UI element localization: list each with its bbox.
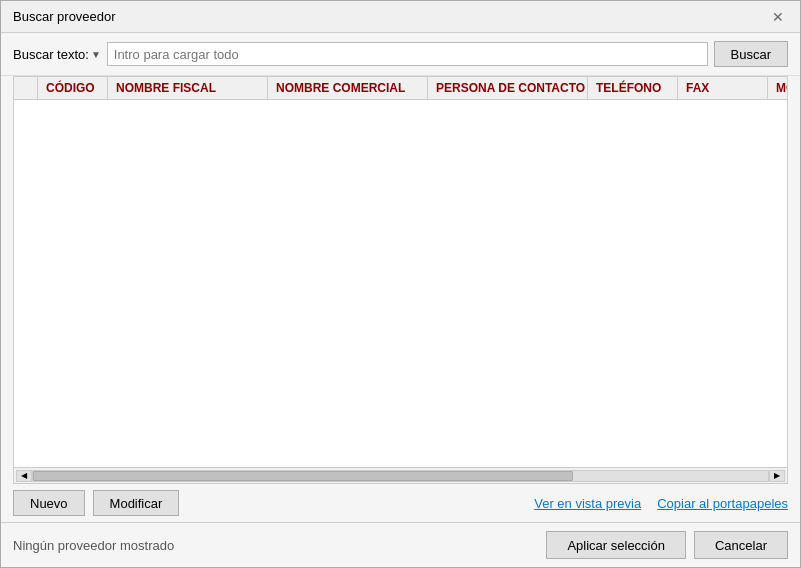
footer-buttons: Aplicar selección Cancelar — [546, 531, 788, 559]
search-label-dropdown[interactable]: Buscar texto: ▼ — [13, 47, 101, 62]
cancelar-button[interactable]: Cancelar — [694, 531, 788, 559]
copiar-portapapeles-link[interactable]: Copiar al portapapeles — [657, 496, 788, 511]
horizontal-scrollbar[interactable]: ◀ ▶ — [14, 467, 787, 483]
col-header-telefono[interactable]: TELÉFONO — [588, 77, 678, 99]
col-header-nombre-comercial[interactable]: NOMBRE COMERCIAL — [268, 77, 428, 99]
close-button[interactable]: ✕ — [768, 7, 788, 27]
col-header-fax[interactable]: FAX — [678, 77, 768, 99]
status-bar: Ningún proveedor mostrado Aplicar selecc… — [1, 522, 800, 567]
table-body — [14, 100, 787, 467]
title-bar: Buscar proveedor ✕ — [1, 1, 800, 33]
status-text: Ningún proveedor mostrado — [13, 538, 174, 553]
dialog: Buscar proveedor ✕ Buscar texto: ▼ Busca… — [0, 0, 801, 568]
nuevo-button[interactable]: Nuevo — [13, 490, 85, 516]
scroll-right-arrow[interactable]: ▶ — [769, 470, 785, 482]
modificar-button[interactable]: Modificar — [93, 490, 180, 516]
dialog-title: Buscar proveedor — [13, 9, 116, 24]
scroll-left-arrow[interactable]: ◀ — [16, 470, 32, 482]
search-bar: Buscar texto: ▼ Buscar — [1, 33, 800, 76]
table-header: CÓDIGO NOMBRE FISCAL NOMBRE COMERCIAL PE… — [14, 77, 787, 100]
buscar-button[interactable]: Buscar — [714, 41, 788, 67]
search-label-text: Buscar texto: — [13, 47, 89, 62]
col-header-nombre-fiscal[interactable]: NOMBRE FISCAL — [108, 77, 268, 99]
table-container: CÓDIGO NOMBRE FISCAL NOMBRE COMERCIAL PE… — [13, 76, 788, 484]
scroll-track[interactable] — [32, 470, 769, 482]
ver-vista-previa-link[interactable]: Ver en vista previa — [534, 496, 641, 511]
search-input[interactable] — [107, 42, 708, 66]
bottom-actions: Nuevo Modificar Ver en vista previa Copi… — [1, 484, 800, 522]
col-header-codigo[interactable]: CÓDIGO — [38, 77, 108, 99]
aplicar-seleccion-button[interactable]: Aplicar selección — [546, 531, 686, 559]
dropdown-arrow-icon: ▼ — [91, 49, 101, 60]
col-header-persona-contacto[interactable]: PERSONA DE CONTACTO — [428, 77, 588, 99]
col-header-movil[interactable]: MÓVIL — [768, 77, 788, 99]
scroll-thumb[interactable] — [33, 471, 573, 481]
col-checkbox-header — [14, 77, 38, 99]
